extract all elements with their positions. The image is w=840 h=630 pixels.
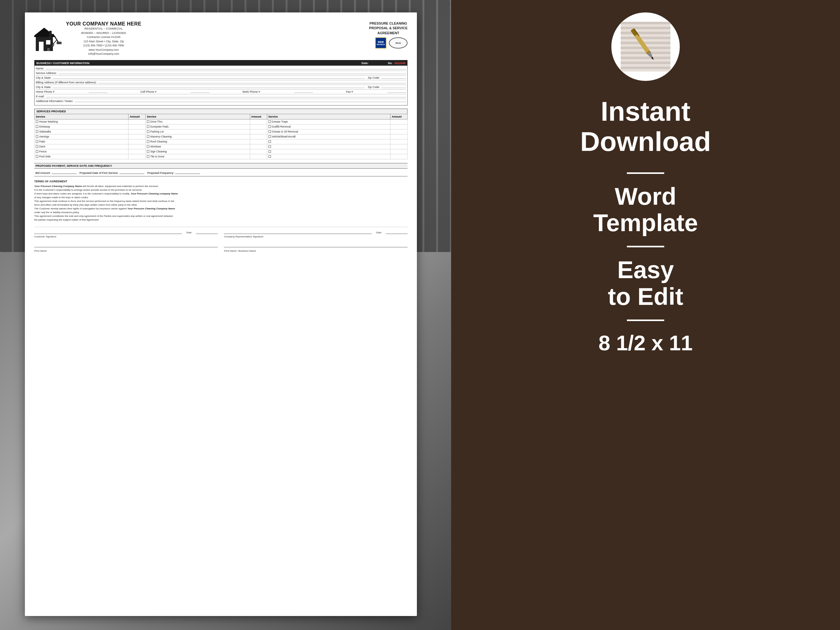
- service-col2-cell: Tile & Grout: [145, 154, 250, 159]
- proposal-title: PRESSURE CLEANING PROPOSAL & SERVICE AGR…: [369, 21, 407, 35]
- company-sub2: BONDED – INSURED – LICENSED: [66, 31, 141, 35]
- table-row: AwningsMasonry CleaningVehicle/Boat/Airc…: [35, 134, 407, 139]
- city-state-field: City & State: Zip Code:: [36, 76, 406, 80]
- svg-rect-10: [47, 48, 50, 51]
- pen-icon: [621, 22, 671, 71]
- divider-2: [627, 246, 664, 247]
- service-col2-cell: Masonry Cleaning: [145, 134, 250, 139]
- company-logo-icon: [34, 25, 62, 52]
- amount-col1-cell: [128, 129, 145, 134]
- services-header: SERVICES PROVIDED: [34, 109, 407, 114]
- sig-row-2: Print Name Print Name / Business Name: [34, 241, 407, 253]
- divider-1: [627, 172, 664, 174]
- payment-header: PROPOSED PAYMENT, SERVICE DATE AND FREQU…: [34, 163, 407, 169]
- proposed-date-field: Proposed Date of First Service:: [80, 170, 144, 175]
- service-col1-cell: Sidewalks: [35, 129, 128, 134]
- table-row: DeckWindows: [35, 144, 407, 149]
- terms-line10: the parties respecting the subject matte…: [34, 218, 407, 222]
- service-col3-cell: Graffiti Removal: [267, 124, 390, 129]
- payment-section: PROPOSED PAYMENT, SERVICE DATE AND FREQU…: [34, 163, 407, 177]
- amount-col2-cell: [250, 119, 267, 124]
- amount-col2-cell: [250, 124, 267, 129]
- service-col3-cell: Grease Traps: [267, 119, 390, 124]
- print-name-biz-label: Print Name / Business Name: [224, 249, 256, 252]
- amount-col1-cell: [128, 149, 145, 154]
- table-row: House WashingDrive ThruGrease Traps: [35, 119, 407, 124]
- svg-rect-16: [621, 42, 671, 44]
- amount-col3-cell: [390, 119, 407, 124]
- logo-area: YOUR COMPANY NAME HERE RESIDENTIAL – COM…: [34, 21, 141, 56]
- service-address-field: Service Address:: [36, 71, 406, 76]
- terms-line7: The Customer hereby waives their rights …: [34, 207, 407, 211]
- table-row: PatioRoof Cleaning: [35, 139, 407, 144]
- service-col3-cell: [267, 144, 390, 149]
- left-panel: YOUR COMPANY NAME HERE RESIDENTIAL – COM…: [0, 0, 451, 630]
- company-sub7: Info@YourCompany.com: [66, 52, 141, 56]
- amount-col1-cell: [128, 119, 145, 124]
- signature-section: Date Customer Signature Date Company Rep…: [34, 227, 407, 253]
- svg-rect-20: [621, 62, 671, 64]
- print-name-biz-block: Print Name / Business Name: [224, 243, 407, 253]
- service-col2-cell: Dumpster Pads: [145, 124, 250, 129]
- amount-col3-cell: [390, 139, 407, 144]
- svg-rect-21: [621, 66, 671, 69]
- company-sig-block: Date Company Representative Signature: [224, 229, 407, 238]
- terms-line8: under any fire or liability insurance po…: [34, 211, 407, 214]
- right-sub-easy: Easy to Edit: [608, 257, 684, 310]
- amount-col2-cell: [250, 149, 267, 154]
- col-service3-header: Service: [267, 114, 390, 119]
- customer-sig-line: Date: [34, 229, 218, 234]
- amount-col1-cell: [128, 134, 145, 139]
- svg-rect-14: [621, 32, 671, 34]
- customer-info-header: BUSINESS / CUSTOMER INFORMATION Date: No…: [35, 61, 407, 66]
- customer-fields: Name: Service Address: City & State: Zip…: [35, 66, 407, 105]
- terms-line2: It is the Customer's responsibility to a…: [34, 188, 407, 192]
- service-col1-cell: Driveway: [35, 124, 128, 129]
- svg-line-7: [52, 40, 57, 45]
- terms-line4: of any changes made to the keys or alarm…: [34, 196, 407, 199]
- additional-info-field: Additional Information / Notes:: [36, 99, 406, 104]
- amount-col3-cell: [390, 149, 407, 154]
- document-header: YOUR COMPANY NAME HERE RESIDENTIAL – COM…: [34, 21, 407, 56]
- customer-print-line: Customer Signature: [34, 235, 218, 238]
- service-col2-cell: Sign Cleaning: [145, 149, 250, 154]
- print-name-field: [34, 243, 218, 247]
- terms-section: TERMS OF AGREEMENT Your Pressure Cleanin…: [34, 180, 407, 222]
- col-amount2-header: Amount: [250, 114, 267, 119]
- right-size: 8 1/2 x 11: [598, 330, 693, 356]
- amount-col2-cell: [250, 139, 267, 144]
- service-col1-cell: Deck: [35, 144, 128, 149]
- company-sub1: RESIDENTIAL – COMMECIAL: [66, 27, 141, 31]
- company-sub4: 123 Main Street • City, State, Zip: [66, 39, 141, 44]
- divider-3: [627, 319, 664, 321]
- amount-col1-cell: [128, 139, 145, 144]
- amount-col1-cell: [128, 154, 145, 159]
- customer-sig-label: Customer Signature: [34, 235, 56, 238]
- amount-col3-cell: [390, 134, 407, 139]
- bid-amount-underline: [52, 170, 77, 174]
- service-col1-cell: Patio: [35, 139, 128, 144]
- payment-line: Bid Amount: Proposed Date of First Servi…: [34, 169, 407, 177]
- company-sig-field: [224, 229, 372, 234]
- service-col3-cell: Vehicle/Boat/Aircraft: [267, 134, 390, 139]
- col-amount3-header: Amount: [390, 114, 407, 119]
- col-amount1-header: Amount: [128, 114, 145, 119]
- customer-info-section: BUSINESS / CUSTOMER INFORMATION Date: No…: [34, 60, 407, 106]
- service-col2-cell: Drive Thru: [145, 119, 250, 124]
- table-row: DrivewayDumpster PadsGraffiti Removal: [35, 124, 407, 129]
- company-info: YOUR COMPANY NAME HERE RESIDENTIAL – COM…: [66, 21, 141, 56]
- print-name-biz-field: [224, 243, 407, 247]
- amount-col3-cell: [390, 154, 407, 159]
- proposed-freq-underline: [175, 170, 200, 174]
- service-col1-cell: Pool Side: [35, 154, 128, 159]
- pen-circle: [611, 13, 680, 81]
- amount-col3-cell: [390, 129, 407, 134]
- company-sig-line: Date: [224, 229, 407, 234]
- terms-line3: If store keys and alarm codes are assign…: [34, 192, 407, 196]
- company-name: YOUR COMPANY NAME HERE: [66, 21, 141, 27]
- bid-amount-field: Bid Amount:: [35, 170, 77, 175]
- service-col2-cell: Windows: [145, 144, 250, 149]
- terms-line6: force and effect until terminated by thi…: [34, 203, 407, 207]
- proposed-freq-field: Proposed Frequency:: [147, 170, 200, 175]
- amount-col3-cell: [390, 144, 407, 149]
